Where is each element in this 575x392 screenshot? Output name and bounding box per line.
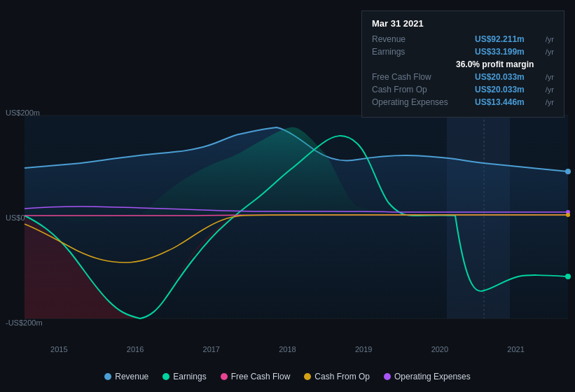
- tooltip-revenue-row: Revenue US$92.211m /yr: [372, 34, 554, 44]
- tooltip-cashop-row: Cash From Op US$20.033m /yr: [372, 85, 554, 94]
- legend-earnings[interactable]: Earnings: [162, 372, 206, 382]
- legend-revenue-label: Revenue: [115, 372, 148, 382]
- y-axis-mid: US$0: [6, 214, 25, 222]
- legend-fcf-label: Free Cash Flow: [231, 372, 291, 382]
- legend-opex[interactable]: Operating Expenses: [384, 372, 471, 382]
- tooltip-earnings-unit: /yr: [546, 48, 554, 56]
- tooltip-opex-value: US$13.446m: [475, 97, 525, 107]
- x-label-2015: 2015: [50, 345, 67, 354]
- svg-point-8: [565, 274, 571, 279]
- tooltip-fcf-row: Free Cash Flow US$20.033m /yr: [372, 72, 554, 82]
- tooltip-date: Mar 31 2021: [372, 18, 554, 29]
- y-axis-bot: -US$200m: [6, 318, 43, 327]
- legend-fcf-dot: [221, 373, 228, 380]
- chart-legend: Revenue Earnings Free Cash Flow Cash Fro…: [0, 372, 575, 382]
- x-label-2021: 2021: [507, 345, 524, 354]
- svg-point-7: [565, 169, 571, 174]
- legend-fcf[interactable]: Free Cash Flow: [221, 372, 291, 382]
- tooltip-fcf-label: Free Cash Flow: [372, 72, 456, 82]
- tooltip-opex-unit: /yr: [546, 98, 554, 106]
- tooltip-revenue-unit: /yr: [546, 35, 554, 43]
- x-axis-labels: 2015 2016 2017 2018 2019 2020 2021: [0, 345, 575, 354]
- tooltip-opex-row: Operating Expenses US$13.446m /yr: [372, 97, 554, 107]
- tooltip-earnings-label: Earnings: [372, 47, 456, 57]
- tooltip-cashop-value: US$20.033m: [475, 85, 525, 94]
- x-label-2016: 2016: [127, 345, 144, 354]
- legend-cashop-label: Cash From Op: [314, 372, 370, 382]
- legend-opex-label: Operating Expenses: [394, 372, 471, 382]
- legend-earnings-dot: [162, 373, 169, 380]
- x-label-2018: 2018: [279, 345, 296, 354]
- legend-opex-dot: [384, 373, 391, 380]
- legend-cashop[interactable]: Cash From Op: [304, 372, 370, 382]
- tooltip-earnings-row: Earnings US$33.199m /yr: [372, 47, 554, 57]
- x-label-2020: 2020: [431, 345, 448, 354]
- x-label-2019: 2019: [355, 345, 372, 354]
- tooltip-cashop-label: Cash From Op: [372, 85, 456, 94]
- y-axis-top: US$200m: [6, 108, 40, 117]
- legend-revenue[interactable]: Revenue: [104, 372, 148, 382]
- tooltip-revenue-value: US$92.211m: [475, 34, 525, 44]
- tooltip-margin: 36.0% profit margin: [372, 59, 554, 69]
- tooltip-opex-label: Operating Expenses: [372, 97, 456, 107]
- legend-cashop-dot: [304, 373, 311, 380]
- tooltip-revenue-label: Revenue: [372, 34, 456, 44]
- tooltip-earnings-value: US$33.199m: [475, 47, 525, 57]
- tooltip-fcf-unit: /yr: [546, 73, 554, 81]
- tooltip-panel: Mar 31 2021 Revenue US$92.211m /yr Earni…: [361, 10, 564, 118]
- legend-earnings-label: Earnings: [173, 372, 206, 382]
- svg-point-10: [566, 213, 570, 217]
- legend-revenue-dot: [104, 373, 111, 380]
- x-label-2017: 2017: [203, 345, 220, 354]
- tooltip-cashop-unit: /yr: [546, 85, 554, 94]
- tooltip-fcf-value: US$20.033m: [475, 72, 525, 82]
